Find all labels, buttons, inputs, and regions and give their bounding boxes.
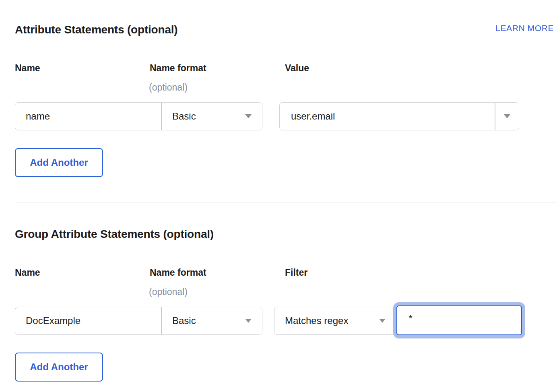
filter-value-focus-ring (393, 302, 525, 338)
chevron-down-icon (245, 114, 252, 118)
saml-settings-panel: Attribute Statements (optional) LEARN MO… (0, 0, 557, 392)
group-name-group: Basic (15, 307, 262, 335)
group-name-input[interactable] (15, 307, 161, 334)
add-another-attribute-button[interactable]: Add Another (15, 148, 103, 177)
col-header-name-format: Name format (150, 63, 206, 74)
group-col-header-name: Name (15, 267, 40, 278)
section-divider (15, 202, 557, 202)
attribute-value-dropdown-button[interactable] (495, 103, 519, 130)
add-another-group-attribute-button[interactable]: Add Another (15, 353, 103, 382)
attribute-value-input[interactable] (280, 103, 495, 130)
attribute-name-group: Basic (15, 102, 262, 130)
attribute-name-format-select[interactable]: Basic (162, 103, 262, 130)
group-name-format-optional-note: (optional) (149, 287, 188, 297)
chevron-down-icon (379, 319, 386, 323)
group-name-format-value: Basic (172, 315, 196, 326)
chevron-down-icon (504, 114, 510, 118)
group-attribute-statements-title: Group Attribute Statements (optional) (15, 228, 214, 241)
group-col-header-name-format: Name format (150, 267, 206, 278)
attribute-value-combobox (279, 102, 519, 130)
col-header-filter: Filter (285, 267, 307, 278)
col-header-value: Value (285, 63, 309, 74)
name-format-optional-note: (optional) (149, 82, 188, 93)
chevron-down-icon (245, 319, 252, 323)
filter-type-select[interactable]: Matches regex (274, 307, 396, 335)
attribute-name-input[interactable] (15, 103, 161, 130)
col-header-name: Name (15, 63, 40, 74)
learn-more-link[interactable]: LEARN MORE (495, 23, 554, 33)
filter-value-input[interactable] (396, 305, 522, 335)
filter-type-value: Matches regex (285, 315, 348, 326)
attribute-statements-title: Attribute Statements (optional) (15, 23, 177, 36)
attribute-name-format-value: Basic (172, 111, 196, 122)
group-name-format-select[interactable]: Basic (162, 307, 262, 334)
